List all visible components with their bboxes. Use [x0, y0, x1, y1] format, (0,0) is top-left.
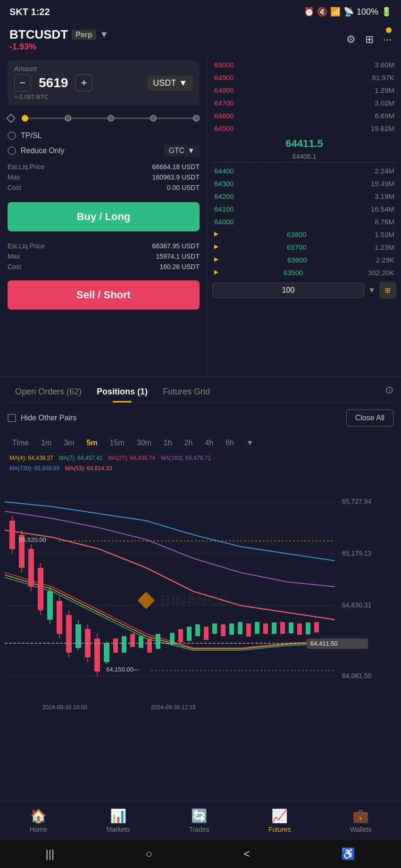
battery-icon: 🔋 — [381, 7, 392, 17]
currency-selector[interactable]: USDT ▼ — [147, 75, 193, 91]
dropdown-icon[interactable]: ▼ — [100, 30, 109, 40]
contract-type: Perp — [72, 30, 96, 40]
ma-27-label: MA(27): 64,435.74 — [108, 455, 155, 461]
gtc-selector[interactable]: GTC ▼ — [164, 145, 200, 157]
depth-input[interactable] — [212, 283, 364, 298]
symbol-text: BTCUSDT — [9, 27, 68, 42]
tf-15m[interactable]: 15m — [107, 437, 127, 449]
slider-dot-75[interactable] — [150, 115, 157, 122]
tf-dropdown-icon[interactable]: ▼ — [243, 437, 257, 449]
tabs-row: Open Orders (62) Positions (1) Futures G… — [8, 377, 393, 403]
menu-button[interactable]: ||| — [46, 847, 55, 860]
slider-dot-0[interactable] — [22, 115, 28, 122]
nav-futures[interactable]: 📈 Futures — [268, 808, 291, 833]
hide-pairs-checkbox[interactable] — [8, 414, 16, 422]
tf-30m[interactable]: 30m — [134, 437, 154, 449]
tf-3m[interactable]: 3m — [61, 437, 77, 449]
reduce-only-option[interactable]: Reduce Only — [8, 147, 65, 155]
svg-rect-55 — [314, 622, 319, 632]
tpsl-option[interactable]: TP/SL — [8, 131, 42, 140]
nav-trades[interactable]: 🔄 Trades — [189, 808, 209, 833]
trading-pair[interactable]: BTCUSDT Perp ▼ — [9, 27, 109, 42]
depth-dropdown-icon[interactable]: ▼ — [368, 286, 376, 295]
svg-text:65,179.13: 65,179.13 — [342, 549, 371, 557]
header-actions: ⚙ ⊞ ··· — [346, 33, 392, 46]
decrement-button[interactable]: − — [14, 74, 31, 91]
ask-row-64700: 64700 3.02M — [212, 97, 396, 109]
sell-short-info: Est.Liq.Price 66367.95 USDT Max 15974.1 … — [8, 241, 200, 272]
chart-settings-icon[interactable]: ⚙ — [346, 33, 356, 46]
bid-row-64000: 64000 8.76M — [212, 215, 396, 228]
buy-est-liq-label: Est.Liq.Price — [8, 163, 45, 171]
battery-text: 100% — [357, 7, 378, 17]
svg-rect-44 — [221, 624, 226, 636]
increment-button[interactable]: + — [75, 74, 92, 91]
back-button[interactable]: < — [243, 847, 250, 860]
slider-track[interactable] — [22, 117, 200, 119]
sell-short-button[interactable]: Sell / Short — [8, 280, 200, 310]
close-all-button[interactable]: Close All — [346, 409, 393, 426]
bid-price: 63600 — [287, 256, 307, 264]
tpsl-radio[interactable] — [8, 131, 16, 140]
tf-time[interactable]: Time — [9, 437, 32, 449]
bid-price: 63700 — [287, 243, 307, 251]
sell-max-value: 15974.1 USDT — [156, 253, 200, 260]
ask-row-64500: 64500 19.62M — [212, 122, 396, 135]
buy-est-liq-row: Est.Liq.Price 66684.18 USDT — [8, 162, 200, 172]
svg-text:64,081.50: 64,081.50 — [342, 672, 371, 680]
buy-long-button[interactable]: Buy / Long — [8, 202, 200, 231]
buy-cost-label: Cost — [8, 184, 21, 191]
reduce-only-radio[interactable] — [8, 147, 16, 155]
hide-other-pairs-label[interactable]: Hide Other Pairs — [8, 414, 76, 422]
tab-futures-grid[interactable]: Futures Grid — [155, 383, 217, 402]
ma-53-label: MA(53): 64,814.33 — [65, 465, 112, 472]
accessibility-button[interactable]: ♿ — [341, 847, 355, 860]
price-change: -1.93% — [9, 42, 109, 52]
tab-positions[interactable]: Positions (1) — [89, 383, 155, 402]
sell-est-liq-label: Est.Liq.Price — [8, 242, 45, 250]
slider-dot-25[interactable] — [65, 115, 71, 122]
amount-controls: − 5619 + — [14, 74, 92, 91]
wallets-icon: 💼 — [352, 808, 369, 824]
battery-icons: ⏰ 🔇 📶 📡 100% 🔋 — [304, 7, 392, 17]
tf-1h[interactable]: 1h — [161, 437, 175, 449]
nav-home[interactable]: 🏠 Home — [30, 808, 47, 833]
slider-dot-100[interactable] — [193, 115, 200, 122]
currency-dropdown-icon: ▼ — [179, 78, 187, 88]
bid-row-63700: ▶ 63700 1.23M — [212, 241, 396, 254]
ask-orders: 65000 3.60M 64900 81.97K 64800 1.29M 647… — [212, 58, 396, 135]
currency-text: USDT — [153, 78, 176, 88]
filter-icon[interactable]: ⊞ — [365, 33, 374, 46]
ask-price: 64900 — [214, 74, 234, 82]
arrow-icon: ▶ — [214, 256, 218, 264]
sell-max-label: Max — [8, 253, 20, 260]
header: BTCUSDT Perp ▼ -1.93% ⚙ ⊞ ··· — [0, 24, 401, 56]
svg-rect-48 — [255, 622, 259, 634]
current-price-sub: 64408.1 — [212, 153, 396, 160]
tf-4h[interactable]: 4h — [202, 437, 216, 449]
slider-dot-50[interactable] — [108, 115, 114, 122]
alarm-icon: ⏰ — [304, 7, 314, 17]
nav-wallets[interactable]: 💼 Wallets — [350, 808, 371, 833]
bid-price: 64100 — [214, 205, 234, 213]
tf-1m[interactable]: 1m — [38, 437, 54, 449]
orderbook-panel: 65000 3.60M 64900 81.97K 64800 1.29M 647… — [208, 56, 401, 376]
tf-2h[interactable]: 2h — [182, 437, 196, 449]
bid-price: 63500 — [284, 269, 303, 277]
more-icon[interactable]: ··· — [383, 33, 392, 46]
chart-svg: 65,727.94 65,179.13 64,630.31 64,081.50 … — [5, 474, 396, 719]
svg-rect-40 — [187, 627, 192, 641]
ask-vol: 6.69M — [375, 112, 394, 120]
tab-open-orders[interactable]: Open Orders (62) — [8, 383, 89, 402]
tf-5m[interactable]: 5m — [84, 437, 100, 449]
grid-view-icon[interactable]: ⊞ — [379, 282, 396, 299]
tf-6h[interactable]: 6h — [223, 437, 237, 449]
futures-label: Futures — [268, 826, 291, 833]
home-button[interactable]: ○ — [145, 847, 152, 860]
header-symbol-section: BTCUSDT Perp ▼ -1.93% — [9, 27, 109, 52]
timeframe-row: Time 1m 3m 5m 15m 30m 1h 2h 4h 6h ▼ — [5, 433, 396, 453]
tab-extra-icon[interactable]: ⊙ — [385, 384, 393, 402]
svg-text:64,150.00—: 64,150.00— — [106, 666, 140, 673]
svg-rect-50 — [272, 622, 276, 634]
nav-markets[interactable]: 📊 Markets — [106, 808, 130, 833]
